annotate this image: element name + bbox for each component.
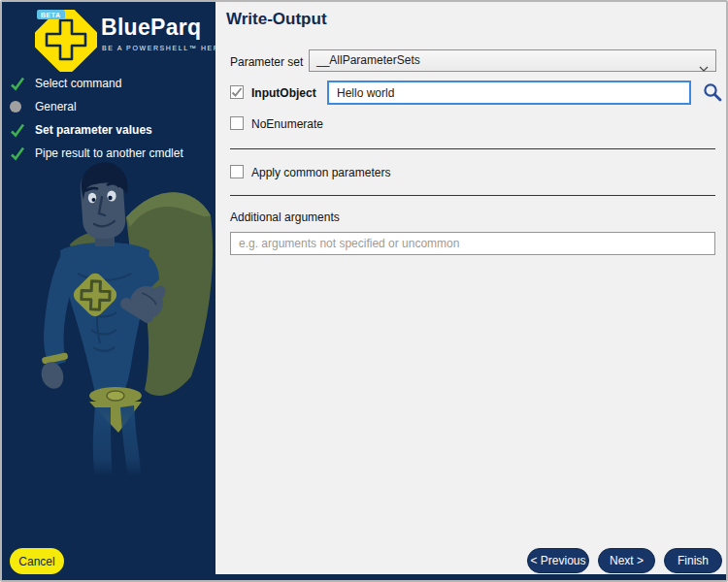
divider <box>230 148 715 149</box>
cancel-button[interactable]: Cancel <box>10 548 64 574</box>
parameter-set-dropdown[interactable]: __AllParameterSets <box>309 49 716 72</box>
apply-common-parameters-checkbox[interactable] <box>230 165 244 178</box>
step-select-command[interactable]: Select command <box>10 72 212 95</box>
input-object-field[interactable] <box>327 81 691 105</box>
search-button[interactable] <box>701 81 724 105</box>
input-object-label: InputObject <box>251 86 316 100</box>
no-enumerate-checkbox[interactable] <box>230 116 244 130</box>
previous-button[interactable]: < Previous <box>527 548 589 573</box>
parameter-set-label: Parameter set <box>230 55 303 69</box>
apply-common-parameters-label: Apply common parameters <box>251 166 390 179</box>
mascot-illustration <box>2 157 215 477</box>
page-title: Write-Output <box>226 10 327 29</box>
step-set-parameter-values[interactable]: Set parameter values <box>10 118 212 142</box>
input-object-checkbox[interactable] <box>230 85 244 99</box>
divider <box>230 195 715 196</box>
next-button[interactable]: Next > <box>598 548 655 573</box>
step-label: Select command <box>35 77 121 90</box>
wizard-window: BETA BlueParq BE A POWERSHELL™ HERO Sele… <box>0 0 728 582</box>
brand-name: BlueParq <box>101 15 201 41</box>
check-icon <box>10 76 27 91</box>
check-icon <box>10 122 27 138</box>
main-panel: Write-Output Parameter set __AllParamete… <box>215 2 726 574</box>
no-enumerate-label: NoEnumerate <box>251 117 323 131</box>
step-label: Set parameter values <box>35 123 152 137</box>
search-icon <box>702 81 723 103</box>
chevron-down-icon <box>699 58 709 79</box>
step-general[interactable]: General <box>10 95 212 118</box>
finish-button[interactable]: Finish <box>664 548 722 573</box>
additional-arguments-label: Additional arguments <box>230 210 340 224</box>
check-icon <box>231 86 243 98</box>
parameter-set-value: __AllParameterSets <box>316 53 420 67</box>
additional-arguments-field[interactable] <box>230 232 715 255</box>
step-label: General <box>35 100 77 113</box>
sidebar: BETA BlueParq BE A POWERSHELL™ HERO Sele… <box>2 2 215 576</box>
brand-tagline: BE A POWERSHELL™ HERO <box>102 45 215 51</box>
beta-badge: BETA <box>37 10 65 19</box>
circle-icon <box>10 99 27 114</box>
bottom-bar <box>2 574 726 580</box>
wizard-steps: Select command General Set parameter val… <box>10 72 212 165</box>
